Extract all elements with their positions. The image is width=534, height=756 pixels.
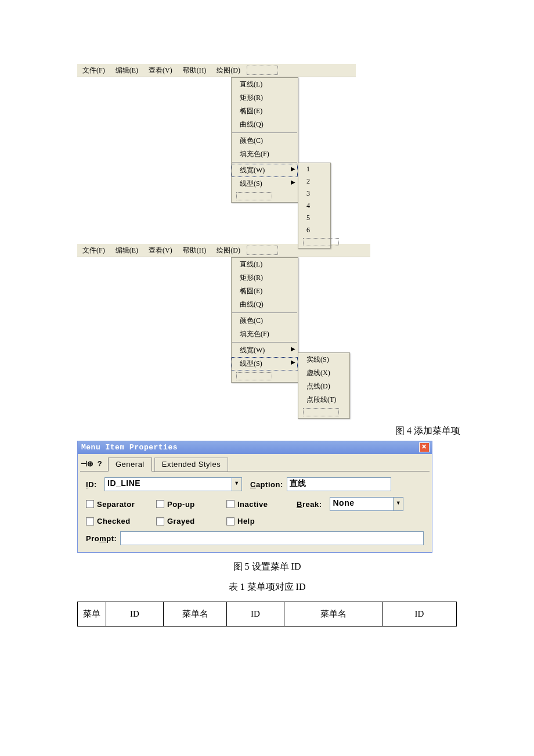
linewidth-option-5[interactable]: 5 — [298, 212, 330, 224]
menu-item-color[interactable]: 颜色(C) — [232, 314, 298, 327]
checkbox-label: Inactive — [237, 500, 268, 509]
menu-item-linestyle[interactable]: 线型(S) ▶ — [232, 357, 298, 370]
linewidth-option-2[interactable]: 2 — [298, 175, 330, 188]
dialog-panel: ID: ID_LINE ▼ Caption: 直线 Separator Pop-… — [80, 471, 430, 550]
tab-extended-styles[interactable]: Extended Styles — [154, 458, 228, 472]
menu-item-rect[interactable]: 矩形(R) — [232, 271, 298, 285]
break-value[interactable]: None — [330, 497, 394, 511]
checkbox-label: Checked — [97, 517, 131, 525]
menubar-item-view[interactable]: 查看(V) — [146, 64, 175, 77]
menu-editor-figure-1: 文件(F) 编辑(E) 查看(V) 帮助(H) 绘图(D) 直线(L) 矩形(R… — [77, 64, 457, 238]
checkbox-icon — [86, 517, 94, 525]
table-header-cell: ID — [106, 602, 164, 627]
menu-new-item-slot[interactable] — [298, 406, 349, 418]
menu-item-linestyle[interactable]: 线型(S) ▶ — [232, 177, 298, 190]
submenu-arrow-icon: ▶ — [291, 345, 295, 352]
checkbox-icon — [226, 517, 234, 525]
menubar-item-draw[interactable]: 绘图(D) — [214, 244, 243, 257]
prompt-input[interactable] — [120, 531, 424, 545]
figure-5-caption: 图 5 设置菜单 ID — [77, 561, 457, 573]
menu-item-label: 线型(S) — [240, 359, 262, 368]
linewidth-option-4[interactable]: 4 — [298, 200, 330, 212]
menu-new-item-slot[interactable] — [247, 66, 278, 75]
checkbox-popup[interactable]: Pop-up — [156, 500, 223, 509]
linewidth-option-3[interactable]: 3 — [298, 188, 330, 200]
linewidth-option-1[interactable]: 1 — [298, 163, 330, 175]
id-input[interactable]: ID_LINE — [104, 477, 232, 491]
checkbox-icon — [86, 500, 94, 508]
menu-item-label: 线宽(W) — [240, 346, 265, 354]
menu-item-ellipse[interactable]: 椭圆(E) — [232, 285, 298, 298]
menu-item-line[interactable]: 直线(L) — [232, 258, 298, 271]
menu-item-curve[interactable]: 曲线(Q) — [232, 298, 298, 311]
dialog-title: Menu Item Properties — [81, 443, 178, 452]
menubar-item-edit[interactable]: 编辑(E) — [113, 244, 140, 257]
caption-input[interactable]: 直线 — [287, 477, 391, 491]
pushpin-icon[interactable]: ⊣⊕ — [82, 459, 92, 469]
linestyle-option-dotted[interactable]: 点线(D) — [298, 380, 349, 393]
close-button[interactable]: ✕ — [419, 442, 430, 452]
menu-separator — [232, 162, 297, 163]
id-combo[interactable]: ID_LINE ▼ — [104, 477, 242, 491]
menu-item-label: 线宽(W) — [240, 166, 265, 174]
submenu-arrow-icon: ▶ — [291, 165, 295, 172]
dropdown-arrow-icon[interactable]: ▼ — [232, 477, 242, 491]
checkbox-label: Separator — [97, 500, 135, 509]
menu-item-color[interactable]: 颜色(C) — [232, 134, 298, 147]
menu-item-line[interactable]: 直线(L) — [232, 78, 298, 91]
menubar-item-file[interactable]: 文件(F) — [80, 64, 107, 77]
menu-item-linewidth[interactable]: 线宽(W) ▶ — [232, 164, 298, 177]
checkbox-icon — [156, 517, 164, 525]
linestyle-option-dashed[interactable]: 虚线(X) — [298, 366, 349, 380]
table-header-cell: ID — [383, 602, 457, 627]
menu-editor-figure-2: 文件(F) 编辑(E) 查看(V) 帮助(H) 绘图(D) 直线(L) 矩形(R… — [77, 244, 457, 422]
checkbox-icon — [226, 500, 234, 508]
menu-item-properties-dialog: Menu Item Properties ✕ ⊣⊕ ? General Exte… — [77, 441, 432, 553]
menu-item-fillcolor[interactable]: 填充色(F) — [232, 327, 298, 341]
table-header-cell: 菜单 — [78, 602, 106, 627]
linewidth-option-6[interactable]: 6 — [298, 224, 330, 236]
break-combo[interactable]: None ▼ — [330, 497, 403, 511]
menubar-item-help[interactable]: 帮助(H) — [181, 64, 209, 77]
caption-label: Caption: — [250, 480, 283, 489]
id-label: ID: — [86, 480, 101, 489]
menu-item-linewidth[interactable]: 线宽(W) ▶ — [232, 344, 298, 357]
dialog-titlebar: Menu Item Properties ✕ — [78, 441, 432, 454]
menubar-item-help[interactable]: 帮助(H) — [181, 244, 209, 257]
menu-new-item-slot[interactable] — [247, 246, 278, 255]
checkbox-label: Help — [237, 517, 255, 525]
prompt-label: Prompt: — [86, 534, 117, 543]
menu-item-curve[interactable]: 曲线(Q) — [232, 118, 298, 131]
break-label: Break: — [297, 500, 322, 509]
checkbox-inactive[interactable]: Inactive — [226, 500, 293, 509]
menu-separator — [232, 342, 297, 343]
table-header-cell: 菜单名 — [164, 602, 227, 627]
checkbox-grayed[interactable]: Grayed — [156, 517, 223, 525]
linestyle-submenu: 实线(S) 虚线(X) 点线(D) 点段线(T) — [298, 352, 350, 419]
draw-dropdown: 直线(L) 矩形(R) 椭圆(E) 曲线(Q) 颜色(C) 填充色(F) 线宽(… — [231, 257, 298, 383]
checkbox-checked[interactable]: Checked — [86, 517, 153, 525]
table-1-caption: 表 1 菜单项对应 ID — [77, 581, 457, 593]
linestyle-option-solid[interactable]: 实线(S) — [298, 353, 349, 366]
table-header-cell: ID — [227, 602, 284, 627]
submenu-arrow-icon: ▶ — [291, 359, 295, 365]
table-row: 菜单 ID 菜单名 ID 菜单名 ID — [78, 602, 457, 627]
menubar-item-file[interactable]: 文件(F) — [80, 244, 107, 257]
menubar-item-draw[interactable]: 绘图(D) — [214, 64, 243, 77]
menubar-item-view[interactable]: 查看(V) — [146, 244, 175, 257]
menu-item-fillcolor[interactable]: 填充色(F) — [232, 147, 298, 161]
menubar-item-edit[interactable]: 编辑(E) — [113, 64, 140, 77]
dropdown-arrow-icon[interactable]: ▼ — [394, 497, 403, 511]
draw-dropdown: 直线(L) 矩形(R) 椭圆(E) 曲线(Q) 颜色(C) 填充色(F) 线宽(… — [231, 77, 298, 203]
menu-item-ellipse[interactable]: 椭圆(E) — [232, 105, 298, 118]
menu-separator — [232, 312, 297, 313]
menu-item-rect[interactable]: 矩形(R) — [232, 91, 298, 105]
checkbox-help[interactable]: Help — [226, 517, 293, 525]
menu-new-item-slot[interactable] — [232, 370, 298, 382]
tab-general[interactable]: General — [108, 458, 152, 471]
linestyle-option-dashdot[interactable]: 点段线(T) — [298, 393, 349, 406]
menu-new-item-slot[interactable] — [298, 236, 330, 248]
checkbox-separator[interactable]: Separator — [86, 500, 153, 509]
help-icon[interactable]: ? — [95, 459, 104, 469]
menu-new-item-slot[interactable] — [232, 190, 298, 202]
